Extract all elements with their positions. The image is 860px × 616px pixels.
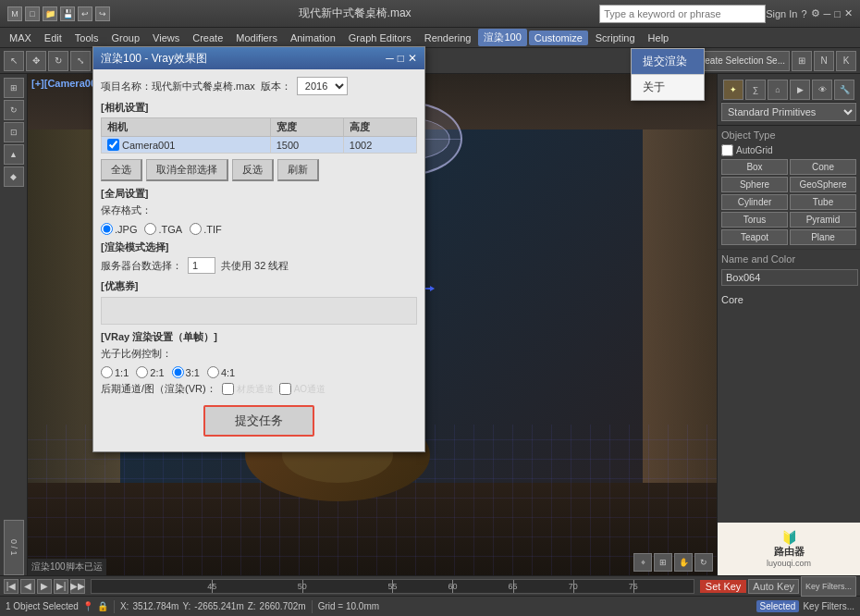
menu-modifiers[interactable]: Modifiers bbox=[230, 31, 283, 45]
refresh-btn[interactable]: 刷新 bbox=[277, 159, 319, 181]
autogrid-checkbox[interactable] bbox=[721, 144, 733, 156]
photon-2-1[interactable]: 2:1 bbox=[136, 366, 164, 378]
toolbar-select[interactable]: ↖ bbox=[4, 51, 24, 71]
obj-plane[interactable]: Plane bbox=[790, 229, 856, 245]
obj-pyramid[interactable]: Pyramid bbox=[790, 212, 856, 228]
timeline-area[interactable]: 45 50 55 60 65 70 75 bbox=[91, 579, 694, 594]
prev-frame-btn[interactable]: ◀ bbox=[20, 579, 35, 594]
menu-rendering[interactable]: Rendering bbox=[419, 31, 477, 45]
vp-pan[interactable]: ✋ bbox=[674, 553, 693, 572]
menu-help[interactable]: Help bbox=[643, 31, 675, 45]
menu-render100[interactable]: 渲染100 bbox=[478, 29, 526, 46]
photon-1-1[interactable]: 1:1 bbox=[101, 366, 129, 378]
left-side-label[interactable]: 0 / 1 bbox=[4, 520, 24, 575]
obj-geosphere[interactable]: GeoSphere bbox=[790, 177, 856, 192]
format-tga-label[interactable]: .TGA bbox=[144, 223, 182, 235]
autogrid-checkbox-label[interactable]: AutoGrid bbox=[721, 144, 772, 156]
settings-icon[interactable]: ⚙ bbox=[811, 7, 820, 19]
object-category-select[interactable]: Standard Primitives bbox=[721, 103, 856, 121]
play-btn[interactable]: ▶ bbox=[37, 579, 52, 594]
display-tab[interactable]: 👁 bbox=[812, 80, 832, 100]
play-fwd-btn[interactable]: ▶▶ bbox=[70, 579, 85, 594]
left-btn-5[interactable]: ◆ bbox=[4, 166, 24, 187]
server-count-input[interactable] bbox=[188, 257, 215, 274]
coupon-input-area[interactable] bbox=[101, 297, 417, 325]
modify-tab[interactable]: ∑ bbox=[745, 80, 766, 100]
format-tga[interactable] bbox=[144, 223, 156, 235]
obj-cone[interactable]: Cone bbox=[790, 159, 856, 175]
next-frame-btn[interactable]: ▶| bbox=[54, 579, 68, 594]
dialog-minimize[interactable]: ─ bbox=[386, 52, 394, 65]
menu-max[interactable]: MAX bbox=[4, 31, 37, 45]
select-all-btn[interactable]: 全选 bbox=[101, 159, 142, 181]
menu-animation[interactable]: Animation bbox=[285, 31, 341, 45]
photon-radio-1-1[interactable] bbox=[101, 366, 113, 378]
search-input[interactable] bbox=[599, 5, 766, 23]
left-btn-4[interactable]: ▲ bbox=[4, 144, 24, 165]
menu-create[interactable]: Create bbox=[187, 31, 228, 45]
submit-task-btn[interactable]: 提交任务 bbox=[203, 405, 314, 437]
format-tif[interactable] bbox=[190, 223, 202, 235]
menu-graph-editors[interactable]: Graph Editors bbox=[343, 31, 417, 45]
material-channel-label[interactable]: 材质通道 bbox=[222, 383, 274, 396]
toolbar-move[interactable]: ✥ bbox=[26, 51, 46, 71]
dialog-maximize[interactable]: □ bbox=[398, 52, 404, 65]
left-btn-1[interactable]: ⊞ bbox=[4, 78, 24, 98]
utilities-tab[interactable]: 🔧 bbox=[834, 80, 854, 100]
photon-radio-3-1[interactable] bbox=[172, 366, 184, 378]
left-btn-3[interactable]: ⊡ bbox=[4, 122, 24, 142]
photon-4-1[interactable]: 4:1 bbox=[207, 366, 235, 378]
camera-checkbox-1[interactable] bbox=[107, 139, 119, 151]
obj-torus[interactable]: Torus bbox=[721, 212, 788, 228]
object-name-input[interactable] bbox=[721, 269, 858, 286]
play-back-btn[interactable]: |◀ bbox=[4, 579, 18, 594]
ao-channel-cb[interactable] bbox=[279, 383, 291, 395]
left-btn-2[interactable]: ↻ bbox=[4, 100, 24, 120]
create-tab[interactable]: ✦ bbox=[723, 80, 743, 100]
format-jpg[interactable] bbox=[101, 223, 113, 235]
toolbar-extra1[interactable]: N bbox=[814, 51, 834, 71]
undo-btn[interactable]: ↩ bbox=[78, 6, 92, 21]
vp-zoom-all[interactable]: ⊞ bbox=[654, 553, 672, 572]
open-btn[interactable]: 📁 bbox=[43, 6, 57, 21]
menu-scripting[interactable]: Scripting bbox=[590, 31, 641, 45]
version-select[interactable]: 2016 2018 2020 bbox=[297, 77, 348, 95]
auto-key-indicator[interactable]: Auto Key bbox=[748, 579, 799, 594]
obj-teapot[interactable]: Teapot bbox=[721, 229, 788, 245]
invert-btn[interactable]: 反选 bbox=[232, 159, 274, 181]
redo-btn[interactable]: ↪ bbox=[95, 6, 110, 21]
material-channel-cb[interactable] bbox=[222, 383, 234, 395]
menu-group[interactable]: Group bbox=[106, 31, 146, 45]
toolbar-layers[interactable]: ⊞ bbox=[792, 51, 812, 71]
menu-customize[interactable]: Customize bbox=[529, 31, 588, 45]
vp-orbit[interactable]: ↻ bbox=[694, 553, 713, 572]
new-btn[interactable]: □ bbox=[25, 6, 40, 21]
obj-sphere[interactable]: Sphere bbox=[721, 177, 788, 192]
key-filters-btn[interactable]: Key Filters... bbox=[801, 576, 856, 597]
signin-link[interactable]: Sign In bbox=[766, 8, 797, 19]
menu-tools[interactable]: Tools bbox=[69, 31, 104, 45]
obj-box[interactable]: Box bbox=[721, 159, 788, 175]
save-btn[interactable]: 💾 bbox=[60, 6, 75, 21]
format-tif-label[interactable]: .TIF bbox=[190, 223, 222, 235]
toolbar-rotate[interactable]: ↻ bbox=[48, 51, 68, 71]
dialog-close[interactable]: ✕ bbox=[408, 52, 417, 65]
hierarchy-tab[interactable]: ⌂ bbox=[768, 80, 788, 100]
maximize-btn[interactable]: □ bbox=[834, 8, 841, 19]
vp-zoom[interactable]: ⌖ bbox=[633, 553, 652, 572]
menu-edit[interactable]: Edit bbox=[39, 31, 68, 45]
toolbar-extra2[interactable]: K bbox=[836, 51, 856, 71]
photon-3-1[interactable]: 3:1 bbox=[172, 366, 200, 378]
obj-tube[interactable]: Tube bbox=[790, 194, 856, 210]
menu-views[interactable]: Views bbox=[147, 31, 185, 45]
deselect-btn[interactable]: 取消全部选择 bbox=[146, 159, 228, 181]
motion-tab[interactable]: ▶ bbox=[790, 80, 810, 100]
dropdown-submit-render[interactable]: 提交渲染 bbox=[632, 49, 704, 74]
dropdown-about[interactable]: 关于 bbox=[632, 75, 704, 100]
minimize-btn[interactable]: ─ bbox=[824, 8, 831, 19]
format-jpg-label[interactable]: .JPG bbox=[101, 223, 137, 235]
photon-radio-2-1[interactable] bbox=[136, 366, 148, 378]
set-key-btn[interactable]: Set Key bbox=[700, 580, 747, 593]
obj-cylinder[interactable]: Cylinder bbox=[721, 194, 788, 210]
photon-radio-4-1[interactable] bbox=[207, 366, 219, 378]
